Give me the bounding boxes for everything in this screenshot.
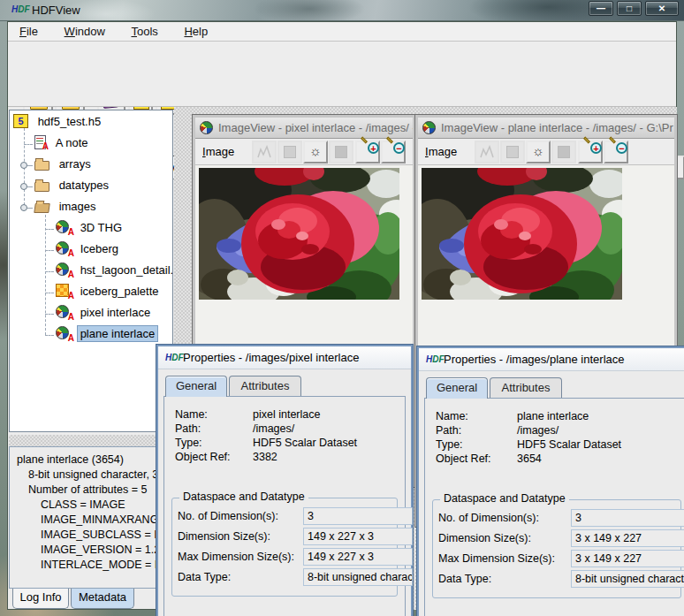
zoom-in-button[interactable]: + <box>355 141 380 164</box>
tree-item-3d-thg[interactable]: A 3D THG <box>56 220 125 238</box>
zoom-in-button[interactable]: + <box>578 141 603 164</box>
folder-icon <box>34 182 49 192</box>
tab-attributes[interactable]: Attributes <box>490 377 562 399</box>
contrast-icon <box>335 146 347 158</box>
general-tab-panel: Name:plane interlace Path:/images/ Type:… <box>424 398 684 616</box>
tree-root-hdf5-test[interactable]: 5 hdf5_test.h5 <box>13 114 103 132</box>
toolbar: ↷ ↑ ? 4 5 <box>8 42 676 76</box>
contrast-button[interactable] <box>329 141 353 164</box>
menu-help[interactable]: Help <box>172 22 219 42</box>
palette-icon <box>56 284 69 297</box>
type-label: Type: <box>175 436 253 450</box>
expand-handle-datatypes[interactable] <box>20 183 27 190</box>
palette-icon <box>506 146 519 158</box>
image-icon <box>56 220 69 233</box>
menu-file[interactable]: File <box>8 22 49 42</box>
properties-dialog-pixel-interlace: HDF Properties - /images/pixel interlace… <box>156 345 413 616</box>
tree-item-a-note[interactable]: A A note <box>34 135 91 153</box>
imageview-icon <box>422 121 436 134</box>
minimize-button[interactable]: — <box>589 1 613 16</box>
note-icon: A <box>34 135 46 149</box>
main-titlebar: HDF HDFView — □ ✕ <box>0 0 684 21</box>
num-dimensions-field[interactable]: 3 <box>571 509 684 527</box>
zoom-out-button[interactable]: − <box>604 141 628 164</box>
tree-item-iceberg[interactable]: A Iceberg <box>56 241 121 259</box>
tree-item-arrays[interactable]: arrays <box>34 156 94 174</box>
tree-item-images[interactable]: images <box>34 199 99 217</box>
dimension-size-field[interactable]: 149 x 227 x 3 <box>303 528 413 545</box>
objref-value: 3654 <box>517 452 542 465</box>
tree-item-pixel-interlace[interactable]: A pixel interlace <box>56 305 153 323</box>
tab-general[interactable]: General <box>165 376 227 397</box>
image-menu[interactable]: Image <box>202 145 234 158</box>
file-tree-panel: 5 hdf5_test.h5 A A note arrays datatypes… <box>9 110 173 432</box>
rose-image <box>422 168 622 300</box>
tree-connector <box>45 215 46 335</box>
tree-connector <box>24 128 25 209</box>
menubar: File Window Tools Help <box>8 22 676 42</box>
tree-item-iceberg-palette[interactable]: A iceberg_palette <box>56 284 162 301</box>
tab-log-info[interactable]: Log Info <box>12 589 69 609</box>
zoom-out-button[interactable]: − <box>381 141 406 164</box>
brightness-button[interactable]: ☼ <box>303 141 328 164</box>
imageview-title: ImageView - pixel interlace - /images/ - <box>218 121 413 134</box>
recent-files-bar: Recent Files ▼ Clear Text <box>8 76 676 107</box>
contrast-button[interactable] <box>551 141 576 164</box>
tree-connector <box>27 208 33 209</box>
objref-label: Object Ref: <box>436 452 517 466</box>
tab-attributes[interactable]: Attributes <box>229 376 301 397</box>
tree-connector <box>45 293 54 293</box>
folder-icon <box>34 161 49 171</box>
contrast-icon <box>558 146 570 158</box>
tree-info-splitter[interactable] <box>9 435 173 446</box>
collapse-handle-images[interactable] <box>20 204 27 211</box>
zoom-out-icon: − <box>393 142 405 154</box>
tree-connector <box>45 229 54 230</box>
data-type-field[interactable]: 8-bit unsigned character <box>571 570 684 588</box>
zoom-out-icon: − <box>616 142 627 154</box>
properties-titlebar[interactable]: HDF Properties - /images/plane interlace <box>419 348 684 371</box>
tree-connector <box>24 144 33 145</box>
palette-button[interactable] <box>277 141 302 164</box>
path-label: Path: <box>436 423 517 437</box>
sun-icon: ☼ <box>309 143 322 158</box>
zoom-in-icon: + <box>590 142 602 154</box>
image-menu[interactable]: Image <box>425 145 457 158</box>
tree-connector <box>45 335 54 336</box>
palette-button[interactable] <box>500 141 525 164</box>
name-value: plane interlace <box>517 410 589 422</box>
menu-window[interactable]: Window <box>53 22 117 42</box>
imageview-title: ImageView - plane interlace - /images/ -… <box>441 121 673 134</box>
hdf-logo-icon: HDF <box>426 354 445 364</box>
type-label: Type: <box>436 437 517 452</box>
num-dimensions-field[interactable]: 3 <box>303 507 413 525</box>
tab-metadata[interactable]: Metadata <box>71 589 134 609</box>
dimension-size-field[interactable]: 3 x 149 x 227 <box>571 529 684 547</box>
imageview-titlebar[interactable]: ImageView - plane interlace - /images/ -… <box>418 118 674 139</box>
imageview-icon <box>200 121 213 134</box>
tab-general[interactable]: General <box>426 377 488 399</box>
image-icon <box>56 305 69 318</box>
max-dimension-size-field[interactable]: 3 x 149 x 227 <box>571 550 684 567</box>
max-dimension-size-field[interactable]: 149 x 227 x 3 <box>303 548 413 566</box>
path-value: /images/ <box>253 422 294 435</box>
properties-titlebar[interactable]: HDF Properties - /images/pixel interlace <box>158 346 411 369</box>
close-button[interactable]: ✕ <box>645 1 679 16</box>
tree-connector <box>45 250 54 251</box>
objref-label: Object Ref: <box>175 450 253 464</box>
maximize-button[interactable]: □ <box>617 1 642 16</box>
image-icon <box>56 326 69 339</box>
tree-item-datatypes[interactable]: datatypes <box>34 178 111 195</box>
path-value: /images/ <box>517 424 559 437</box>
tree-item-plane-interlace[interactable]: A plane interlace <box>56 326 157 344</box>
histogram-button[interactable] <box>475 141 499 164</box>
expand-handle-arrays[interactable] <box>20 162 27 169</box>
menu-tools[interactable]: Tools <box>119 22 169 42</box>
data-type-field[interactable]: 8-bit unsigned character <box>303 568 413 586</box>
image-icon <box>56 241 69 255</box>
tree-item-hst-lagoon[interactable]: A hst_lagoon_detail.jpg <box>56 262 173 280</box>
imageview-titlebar[interactable]: ImageView - pixel interlace - /images/ - <box>195 118 413 139</box>
general-tab-panel: Name:pixel interlace Path:/images/ Type:… <box>163 396 406 616</box>
histogram-button[interactable] <box>252 141 277 164</box>
brightness-button[interactable]: ☼ <box>526 141 551 164</box>
